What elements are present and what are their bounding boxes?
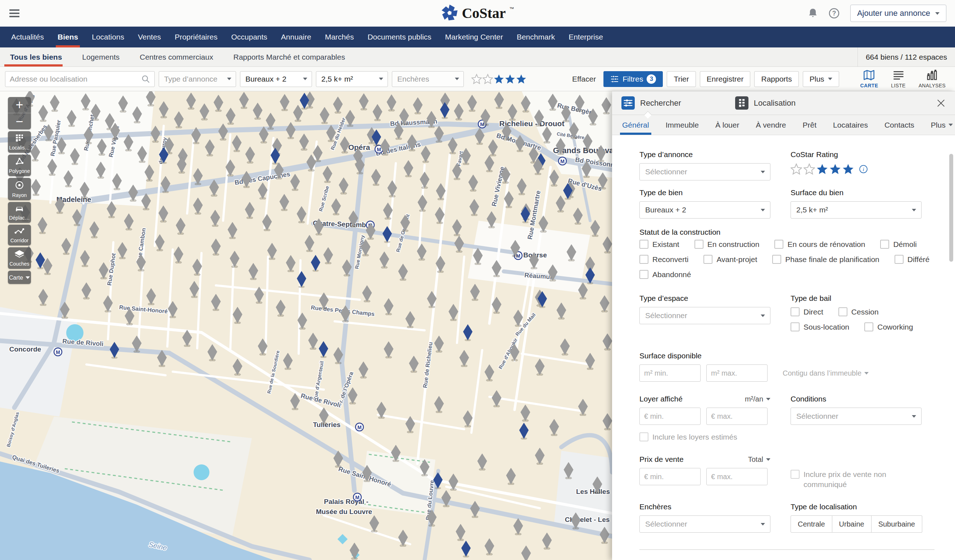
save-button[interactable]: Enregistrer — [700, 71, 751, 87]
nav-item-marchés[interactable]: Marchés — [318, 27, 361, 47]
clear-filters-link[interactable]: Effacer — [572, 75, 596, 83]
tab-prêt[interactable]: Prêt — [803, 115, 817, 135]
nav-item-marketing-center[interactable]: Marketing Center — [438, 27, 510, 47]
checkbox-label: Phase finale de planification — [785, 254, 880, 265]
map-tool-polygone[interactable]: Polygone — [8, 154, 31, 176]
car-icon — [14, 204, 25, 214]
panel-mode-localisation[interactable]: Localisation — [735, 96, 795, 110]
nav-item-locations[interactable]: Locations — [85, 27, 131, 47]
nav-item-enterprise[interactable]: Enterprise — [562, 27, 610, 47]
help-icon[interactable]: ? — [829, 8, 839, 19]
toolbar-dropdown-2[interactable]: Bureaux + 2 — [240, 71, 312, 87]
panel-mode-rechercher[interactable]: Rechercher — [622, 96, 681, 110]
metro-icon: M — [54, 348, 62, 356]
tab-immeuble[interactable]: Immeuble — [666, 115, 699, 135]
type-espace-select[interactable]: Sélectionner — [639, 307, 770, 324]
map-tool-couches[interactable]: Couches — [8, 247, 31, 269]
tab-à-louer[interactable]: À louer — [715, 115, 739, 135]
view-liste[interactable]: LISTE — [891, 70, 905, 89]
map-tool-rayon[interactable]: Rayon — [8, 178, 31, 200]
tab-plus[interactable]: Plus — [931, 115, 953, 135]
segment-centrale[interactable]: Centrale — [791, 515, 832, 533]
toolbar-dropdown-4[interactable]: Enchères — [392, 71, 464, 87]
checkbox-cession[interactable]: Cession — [838, 307, 879, 317]
location-type-segmented: CentraleUrbaineSuburbaine — [791, 515, 935, 533]
checkbox-box — [774, 240, 783, 249]
search-input[interactable] — [10, 75, 141, 83]
reports-button[interactable]: Rapports — [754, 71, 798, 87]
loyer-unit-dropdown[interactable]: m²/an — [745, 395, 770, 403]
checkbox-direct[interactable]: Direct — [791, 307, 823, 317]
nav-item-annuaire[interactable]: Annuaire — [274, 27, 318, 47]
contigu-dropdown[interactable]: Contigu dans l’immeuble — [783, 369, 869, 377]
nav-item-actualités[interactable]: Actualités — [4, 27, 51, 47]
map-tool-corridor[interactable]: Corridor — [8, 225, 31, 245]
inclure-prix-checkbox[interactable]: Inclure prix de vente noncommuniqué — [791, 470, 935, 490]
checkbox-abandonné[interactable]: Abandonné — [639, 270, 691, 280]
conditions-select[interactable]: Sélectionner — [791, 407, 922, 425]
checkbox-en-construction[interactable]: En construction — [695, 239, 759, 250]
checkbox-sous-location[interactable]: Sous-location — [791, 322, 849, 332]
map-tool-localis[interactable]: Localis… — [8, 131, 31, 153]
notifications-bell-icon[interactable] — [808, 8, 818, 19]
nav-item-ventes[interactable]: Ventes — [131, 27, 168, 47]
add-listing-label: Ajouter une annonce — [857, 9, 930, 18]
toolbar-dropdown-1[interactable]: Type d’annonce — [159, 71, 236, 87]
nav-item-documents-publics[interactable]: Documents publics — [360, 27, 438, 47]
prix-unit-dropdown[interactable]: Total — [748, 455, 770, 464]
map-canvas[interactable]: Bd HaussmannRichelieu - DrouotBd des Ita… — [0, 91, 612, 560]
subtab-tous-les-biens[interactable]: Tous les biens — [0, 47, 72, 67]
inclure-loyers-checkbox[interactable]: Inclure les loyers estimés — [639, 432, 935, 442]
tab-général[interactable]: Général — [622, 115, 649, 135]
loyer-max-input[interactable] — [706, 407, 767, 425]
costar-rating-control[interactable]: i — [791, 163, 935, 175]
subtab-rapports-marché-et-comparables[interactable]: Rapports Marché et comparables — [223, 47, 355, 67]
checkbox-coworking[interactable]: Coworking — [864, 322, 913, 332]
zoom-out-button[interactable]: − — [8, 113, 31, 129]
info-icon[interactable]: i — [859, 165, 868, 174]
sort-button[interactable]: Trier — [667, 71, 695, 87]
tab-locataires[interactable]: Locataires — [833, 115, 868, 135]
prix-max-input[interactable] — [706, 468, 767, 485]
segment-urbaine[interactable]: Urbaine — [832, 515, 872, 533]
type-bien-select[interactable]: Bureaux + 2 — [639, 201, 770, 218]
close-panel-icon[interactable] — [936, 98, 946, 108]
view-analyses[interactable]: ANALYSES — [919, 70, 946, 89]
map-tool-carte[interactable]: Carte — [8, 271, 31, 284]
loyer-min-input[interactable] — [639, 407, 701, 425]
checkbox-reconverti[interactable]: Reconverti — [639, 254, 688, 265]
checkbox-différé[interactable]: Différé — [894, 254, 930, 265]
checkbox-existant[interactable]: Existant — [639, 239, 679, 250]
more-button[interactable]: Plus — [803, 71, 839, 87]
map-tool-déplac[interactable]: Déplac… — [8, 202, 31, 223]
encheres-select[interactable]: Sélectionner — [639, 515, 770, 533]
chevron-down-icon — [303, 78, 307, 82]
nav-item-propriétaires[interactable]: Propriétaires — [168, 27, 224, 47]
panel-scrollbar-thumb[interactable] — [949, 154, 953, 262]
nav-item-occupants[interactable]: Occupants — [224, 27, 274, 47]
tab-à-vendre[interactable]: À vendre — [756, 115, 786, 135]
filters-button[interactable]: Filtres 3 — [603, 71, 663, 87]
nav-item-benchmark[interactable]: Benchmark — [510, 27, 562, 47]
view-carte[interactable]: CARTE — [860, 70, 878, 89]
checkbox-en-cours-de-rénovation[interactable]: En cours de rénovation — [774, 239, 865, 250]
rating-filter[interactable] — [471, 74, 526, 84]
subtab-logements[interactable]: Logements — [72, 47, 130, 67]
toolbar-dropdown-3[interactable]: 2,5 k+ m² — [316, 71, 388, 87]
type-annonce-select[interactable]: Sélectionner — [639, 163, 770, 181]
prix-min-input[interactable] — [639, 468, 701, 485]
add-listing-button[interactable]: Ajouter une annonce — [850, 5, 946, 22]
nav-item-biens[interactable]: Biens — [51, 27, 85, 47]
surface-bien-select[interactable]: 2,5 k+ m² — [791, 201, 922, 218]
surface-max-input[interactable] — [706, 365, 767, 382]
checkbox-démoli[interactable]: Démoli — [880, 239, 916, 250]
hamburger-menu-icon[interactable] — [9, 8, 20, 19]
checkbox-avant-projet[interactable]: Avant-projet — [703, 254, 757, 265]
subtab-centres-commerciaux[interactable]: Centres commerciaux — [130, 47, 223, 67]
zoom-in-button[interactable]: + — [8, 97, 31, 113]
surface-min-input[interactable] — [639, 365, 701, 382]
checkbox-phase-finale-de-planification[interactable]: Phase finale de planification — [772, 254, 880, 265]
tab-contacts[interactable]: Contacts — [885, 115, 914, 135]
segment-suburbaine[interactable]: Suburbaine — [872, 515, 922, 533]
search-icon[interactable] — [141, 75, 150, 83]
